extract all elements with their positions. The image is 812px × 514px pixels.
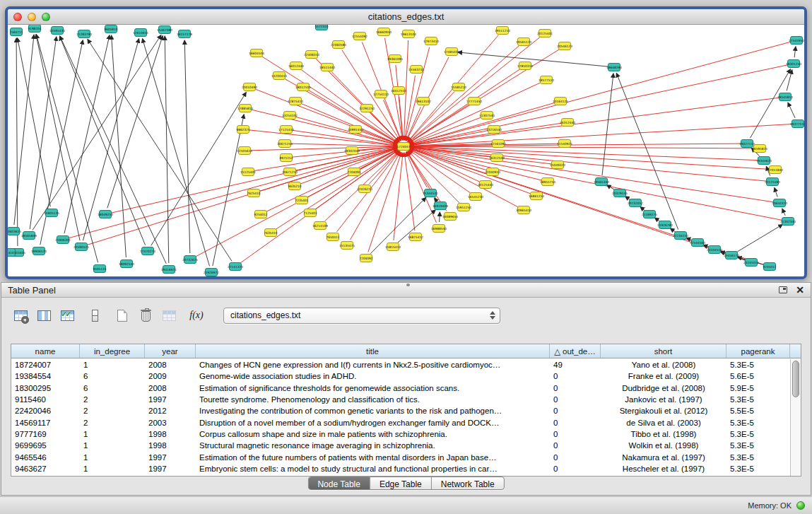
- graph-node[interactable]: 22040910: [485, 168, 500, 176]
- graph-node[interactable]: 20546123: [557, 42, 572, 50]
- graph-node[interactable]: 16312440: [560, 119, 575, 127]
- graph-node[interactable]: 16545230: [468, 193, 483, 201]
- graph-node[interactable]: 19565120: [516, 38, 531, 46]
- graph-node[interactable]: 18955754: [540, 178, 555, 186]
- graph-edge[interactable]: [213, 115, 244, 266]
- table-row[interactable]: 946554611997Estimation of the future num…: [11, 451, 790, 462]
- graph-edge[interactable]: [83, 39, 139, 241]
- graph-node[interactable]: 20603625: [8, 228, 21, 235]
- zoom-window-button[interactable]: [42, 13, 50, 21]
- graph-node[interactable]: 19613102: [416, 98, 431, 105]
- graph-node[interactable]: 22544560: [690, 239, 705, 247]
- graph-node[interactable]: 9635210: [288, 182, 301, 190]
- column-header-in-degree[interactable]: in_degree: [80, 344, 145, 358]
- graph-node[interactable]: 7204092: [359, 255, 372, 262]
- graph-edge[interactable]: [408, 92, 454, 142]
- table-row[interactable]: 1872400712008Changes of HCN gene express…: [11, 359, 790, 370]
- graph-node[interactable]: 14200410: [271, 72, 287, 80]
- graph-node[interactable]: 18577510: [539, 76, 554, 84]
- graph-node[interactable]: 2564711: [9, 28, 23, 36]
- graph-node[interactable]: 30965410: [516, 206, 531, 214]
- graph-edge[interactable]: [440, 212, 440, 222]
- graph-node[interactable]: 21926780: [657, 221, 673, 229]
- graph-node[interactable]: 15563210: [408, 66, 424, 74]
- graph-edge[interactable]: [405, 47, 429, 141]
- graph-node[interactable]: 9198204: [28, 25, 41, 33]
- graph-edge[interactable]: [775, 188, 777, 197]
- import-table-button[interactable]: [160, 306, 178, 325]
- graph-node[interactable]: 12505610: [237, 147, 252, 155]
- graph-node[interactable]: 22408310: [304, 51, 319, 59]
- close-panel-icon[interactable]: ✕: [796, 285, 804, 295]
- graph-node[interactable]: 19377510: [790, 120, 804, 128]
- graph-node[interactable]: 16919409: [433, 202, 448, 210]
- graph-edge[interactable]: [60, 36, 166, 264]
- table-row[interactable]: 1938455462009Genome-wide association stu…: [11, 370, 790, 382]
- graph-node[interactable]: 20650320: [772, 199, 787, 207]
- column-header-pagerank[interactable]: pagerank: [726, 344, 790, 358]
- graph-node[interactable]: 19565340: [594, 178, 609, 186]
- graph-edge[interactable]: [33, 35, 161, 230]
- graph-node[interactable]: 30125440: [478, 181, 493, 189]
- network-canvas[interactable]: 2564711919820410595430112837909605810126…: [8, 25, 804, 276]
- graph-node[interactable]: 16604504: [249, 49, 264, 57]
- graph-node[interactable]: 21906301: [55, 236, 71, 244]
- graph-node[interactable]: 7635410: [264, 229, 277, 237]
- graph-node[interactable]: 15467080: [157, 26, 172, 34]
- graph-edge[interactable]: [751, 69, 791, 138]
- graph-edge[interactable]: [404, 153, 415, 230]
- graph-node[interactable]: 23104510: [707, 246, 722, 254]
- graph-edge[interactable]: [625, 197, 630, 199]
- graph-node[interactable]: 18302040: [344, 147, 360, 155]
- graph-node[interactable]: 18565849: [21, 232, 37, 240]
- graph-edge[interactable]: [794, 47, 796, 57]
- graph-node[interactable]: 9254012: [254, 211, 267, 218]
- graph-edge[interactable]: [254, 148, 397, 171]
- window-titlebar[interactable]: citations_edges.txt: [8, 9, 804, 25]
- graph-edge[interactable]: [16, 38, 18, 246]
- graph-node[interactable]: 19416921: [161, 266, 177, 274]
- graph-node[interactable]: 12754110: [373, 90, 389, 98]
- table-row[interactable]: 977716911998Corpus callosum shape and si…: [11, 428, 790, 440]
- column-header-name[interactable]: name: [11, 344, 80, 358]
- graph-edge[interactable]: [143, 39, 210, 267]
- table-row[interactable]: 1830029562008Estimation of significance …: [11, 382, 790, 394]
- graph-node[interactable]: 15049320: [550, 161, 565, 169]
- graph-edge[interactable]: [737, 225, 783, 252]
- graph-node[interactable]: 9862325: [236, 126, 249, 134]
- graph-node[interactable]: 18301250: [786, 60, 801, 68]
- graph-node[interactable]: 20125401: [537, 30, 553, 37]
- graph-edge[interactable]: [409, 83, 541, 144]
- graph-node[interactable]: 22141320: [228, 263, 243, 271]
- graph-node[interactable]: 12610651: [133, 29, 148, 37]
- graph-edge[interactable]: [782, 209, 785, 216]
- graph-node[interactable]: 17885810: [237, 105, 253, 112]
- graph-node[interactable]: 12554092: [352, 33, 367, 40]
- splitter-handle-icon[interactable]: [406, 284, 410, 286]
- graph-node[interactable]: 18049250: [98, 211, 113, 218]
- graph-node[interactable]: 17545950: [789, 37, 804, 45]
- graph-node[interactable]: 20010490: [242, 83, 257, 91]
- graph-node[interactable]: 17125410: [278, 126, 294, 134]
- graph-node[interactable]: 11307540: [479, 112, 495, 119]
- graph-node[interactable]: 16214109: [312, 222, 328, 230]
- graph-node[interactable]: 22426210: [357, 185, 372, 193]
- table-row[interactable]: 1456911722003Disruption of a novel membe…: [11, 416, 790, 428]
- graph-node[interactable]: 17485032: [444, 48, 459, 56]
- graph-edge[interactable]: [406, 152, 437, 222]
- graph-edge[interactable]: [788, 103, 795, 118]
- graph-edge[interactable]: [368, 153, 401, 252]
- graph-node[interactable]: 5572310: [314, 25, 328, 30]
- graph-node[interactable]: 19613104: [401, 30, 416, 38]
- graph-node[interactable]: 7204091: [347, 168, 360, 176]
- graph-edge[interactable]: [410, 124, 792, 146]
- show-columns-button[interactable]: [35, 306, 53, 325]
- graph-edge[interactable]: [252, 110, 398, 145]
- graph-node[interactable]: 16660950: [376, 28, 392, 36]
- graph-node[interactable]: 10595430: [49, 27, 65, 35]
- graph-node[interactable]: 16089654: [442, 213, 458, 221]
- graph-node[interactable]: 16861254: [529, 192, 544, 200]
- graph-edge[interactable]: [112, 148, 397, 213]
- graph-edge[interactable]: [410, 146, 753, 148]
- graph-edge[interactable]: [410, 123, 561, 145]
